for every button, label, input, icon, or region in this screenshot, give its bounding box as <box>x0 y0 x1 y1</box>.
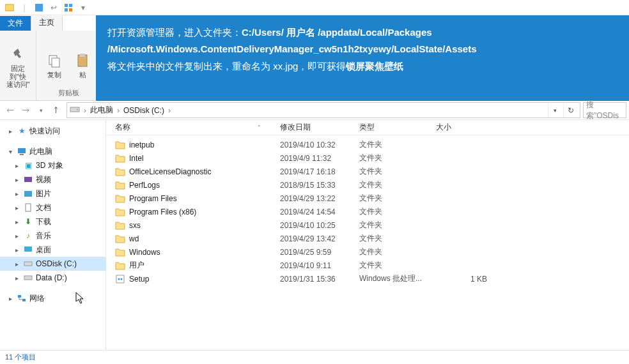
drive-icon <box>23 273 33 283</box>
chevron-right-icon[interactable]: ▸ <box>13 261 20 268</box>
nav-buttons: 🡐 🡒 ▾ 🡑 <box>3 102 64 118</box>
chevron-down-icon[interactable]: ▾ <box>6 148 14 155</box>
file-type: 文件夹 <box>359 139 436 150</box>
file-type: 文件夹 <box>359 220 436 231</box>
list-item[interactable]: inetpub2019/4/10 10:32文件夹 <box>115 138 629 151</box>
tree-pictures[interactable]: ▸图片 <box>0 186 105 201</box>
search-input[interactable]: 搜索"OSDis <box>583 102 626 118</box>
list-item[interactable]: PerfLogs2018/9/15 15:33文件夹 <box>115 178 629 192</box>
chevron-right-icon[interactable]: ▸ <box>13 204 20 211</box>
film-icon <box>23 174 33 185</box>
svg-rect-0 <box>5 4 14 11</box>
tree-label: 桌面 <box>36 245 51 255</box>
file-name: Program Files (x86) <box>129 208 196 216</box>
file-type: 文件夹 <box>359 193 436 204</box>
tree-this-pc[interactable]: ▾ 此电脑 <box>0 144 105 158</box>
recent-dropdown[interactable]: ▾ <box>33 103 49 118</box>
breadcrumb-root[interactable]: 此电脑 <box>90 105 113 116</box>
copy-label: 复制 <box>47 71 61 79</box>
col-size[interactable]: 大小 <box>436 122 487 133</box>
overlay-bold-3: 锁屏聚焦壁纸 <box>346 61 403 72</box>
chevron-right-icon[interactable]: › <box>84 106 86 115</box>
sort-asc-icon: ˄ <box>258 125 261 131</box>
ribbon-group-pin: 固定到"快 速访问" <box>0 31 36 100</box>
pin-button[interactable]: 固定到"快 速访问" <box>4 47 32 89</box>
svg-rect-7 <box>52 58 59 67</box>
status-bar: 11 个项目 <box>0 350 629 364</box>
col-date[interactable]: 修改日期 <box>280 122 359 133</box>
addr-dropdown-icon[interactable]: ▾ <box>548 103 562 118</box>
tree-music[interactable]: ▸♪音乐 <box>0 229 105 243</box>
tree-3d-objects[interactable]: ▸▣3D 对象 <box>0 158 105 172</box>
svg-rect-15 <box>24 191 32 197</box>
list-item[interactable]: 用户2019/4/10 9:11文件夹 <box>115 259 629 272</box>
view-icon[interactable] <box>61 1 75 15</box>
file-tab[interactable]: 文件 <box>0 16 31 31</box>
divider-icon: | <box>17 1 31 15</box>
list-item[interactable]: Program Files2019/4/29 13:22文件夹 <box>115 192 629 205</box>
pin-label: 固定到"快 速访问" <box>4 64 32 89</box>
back-button[interactable]: 🡐 <box>3 103 18 118</box>
svg-rect-1 <box>35 4 43 11</box>
col-name[interactable]: 名称˄ <box>115 122 280 133</box>
up-button[interactable]: 🡑 <box>49 103 64 118</box>
svg-rect-9 <box>80 54 85 57</box>
file-name: 用户 <box>129 260 144 271</box>
tree-desktop[interactable]: ▸桌面 <box>0 243 105 257</box>
overlay-path-2: /Microsoft.Windows.ContentDeliveryManage… <box>107 43 477 54</box>
tree-downloads[interactable]: ▸⬇下载 <box>0 215 105 229</box>
col-type[interactable]: 类型 <box>359 122 436 133</box>
list-item[interactable]: Windows2019/4/25 9:59文件夹 <box>115 245 629 259</box>
copy-button[interactable]: 复制 <box>40 45 68 87</box>
file-type: 文件夹 <box>359 153 436 163</box>
home-tab[interactable]: 主页 <box>31 16 63 31</box>
file-date: 2019/1/31 15:36 <box>280 275 359 284</box>
tree-osdisk[interactable]: ▸OSDisk (C:) <box>0 257 105 271</box>
list-item[interactable]: OfficeLicenseDiagnostic2019/4/17 16:18文件… <box>115 165 629 178</box>
undo-icon[interactable]: ↩ <box>47 1 61 15</box>
chevron-right-icon[interactable]: ▸ <box>13 176 20 183</box>
nav-tree[interactable]: ▸ ★ 快速访问 ▾ 此电脑 ▸▣3D 对象 ▸视频 ▸图片 ▸文档 ▸⬇下载 … <box>0 120 106 363</box>
tree-label: 快速访问 <box>29 126 60 137</box>
column-headers[interactable]: 名称˄ 修改日期 类型 大小 <box>106 120 629 135</box>
image-icon <box>23 188 33 199</box>
save-icon[interactable] <box>32 1 46 15</box>
file-name: OfficeLicenseDiagnostic <box>129 167 212 176</box>
file-date: 2019/4/9 11:32 <box>280 154 359 163</box>
chevron-right-icon[interactable]: ▸ <box>13 232 20 239</box>
list-item[interactable]: sxs2019/4/10 10:25文件夹 <box>115 218 629 232</box>
svg-rect-20 <box>18 295 21 298</box>
paste-button[interactable]: 粘 <box>68 45 97 87</box>
list-item[interactable]: Intel2019/4/9 11:32文件夹 <box>115 151 629 165</box>
file-name: PerfLogs <box>129 181 160 190</box>
chevron-right-icon[interactable]: ▸ <box>13 190 20 197</box>
desktop-icon <box>23 245 33 255</box>
rows-container: inetpub2019/4/10 10:32文件夹Intel2019/4/9 1… <box>106 135 629 285</box>
chevron-right-icon[interactable]: ▸ <box>13 275 20 282</box>
tree-videos[interactable]: ▸视频 <box>0 172 105 186</box>
instruction-overlay: 打开资源管理器，进入文件夹：C:/Users/ 用户名 /appdata/Loc… <box>96 15 629 101</box>
chevron-right-icon[interactable]: ▸ <box>6 128 14 135</box>
chevron-right-icon[interactable]: › <box>117 106 120 115</box>
chevron-right-icon[interactable]: › <box>168 106 171 115</box>
list-item[interactable]: Setup2019/1/31 15:36Windows 批处理...1 KB <box>115 272 629 285</box>
list-item[interactable]: wd2019/4/29 13:42文件夹 <box>115 232 629 245</box>
chevron-right-icon[interactable]: ▸ <box>6 295 14 302</box>
svg-rect-3 <box>69 4 72 7</box>
chevron-right-icon[interactable]: ▸ <box>13 246 20 254</box>
tree-network[interactable]: ▸网络 <box>0 291 105 305</box>
refresh-button[interactable]: ↻ <box>563 103 577 118</box>
file-date: 2019/4/10 10:25 <box>280 221 359 230</box>
tree-documents[interactable]: ▸文档 <box>0 201 105 215</box>
file-date: 2019/4/29 13:22 <box>280 194 359 203</box>
breadcrumb-current[interactable]: OSDisk (C:) <box>123 106 164 115</box>
tree-quick-access[interactable]: ▸ ★ 快速访问 <box>0 124 105 138</box>
folder-icon <box>115 248 125 257</box>
chevron-right-icon[interactable]: ▸ <box>13 218 20 225</box>
tree-label: 文档 <box>36 202 51 213</box>
address-bar[interactable]: › 此电脑 › OSDisk (C:) › ▾ ↻ <box>66 102 580 118</box>
chevron-right-icon[interactable]: ▸ <box>13 162 20 169</box>
list-item[interactable]: Program Files (x86)2019/4/24 14:54文件夹 <box>115 205 629 218</box>
overflow-icon[interactable]: ▾ <box>76 1 90 15</box>
tree-data[interactable]: ▸Data (D:) <box>0 271 105 285</box>
